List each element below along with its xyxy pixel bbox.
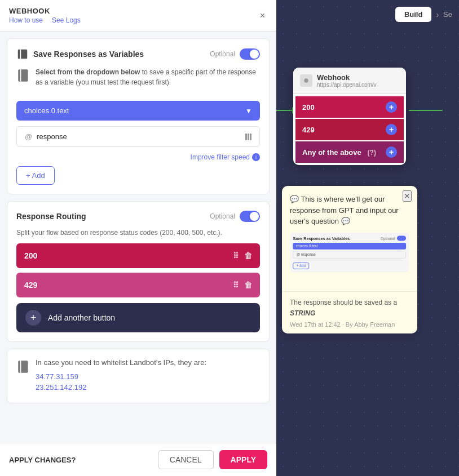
routing-title-row: Response Routing xyxy=(16,212,86,221)
node-header: Webhook https://api.openai.com/v xyxy=(293,68,406,94)
ts-header: Save Responses as Variables Optional xyxy=(293,235,406,241)
tooltip-close-button[interactable]: ✕ xyxy=(403,190,412,202)
dropdown-arrow-icon: ▼ xyxy=(245,107,252,115)
ts-header-right: Optional xyxy=(381,235,406,241)
header-links: How to use See Logs xyxy=(9,16,81,24)
status-btn-200: 200 ⠿ 🗑 xyxy=(16,243,260,268)
nav-arrow: › xyxy=(434,10,441,19)
add-another-button[interactable]: + Add another button xyxy=(16,303,260,332)
node-subtitle: https://api.openai.com/v xyxy=(317,82,377,88)
tooltip-footer: The response should be saved as a STRING… xyxy=(282,291,417,333)
tooltip-footer-text: The response should be saved as a STRING xyxy=(290,297,409,319)
book-icon xyxy=(16,48,29,60)
routing-description: Split your flow based on response status… xyxy=(16,229,260,237)
ip-card-inner: In case you need to whitelist Landbot's … xyxy=(16,358,260,394)
any-label: Any of the above (?) xyxy=(302,148,376,157)
btn-429-actions: ⠿ 🗑 xyxy=(233,281,252,290)
panel-header: WEBHOOK How to use See Logs × xyxy=(0,0,276,32)
node-plus-any[interactable]: + xyxy=(386,146,397,158)
apply-changes-title: APPLY CHANGES? xyxy=(9,456,76,464)
btn-429-label: 429 xyxy=(24,281,37,290)
add-circle-icon: + xyxy=(25,310,41,326)
close-button[interactable]: × xyxy=(258,8,267,23)
routing-title: Response Routing xyxy=(16,212,86,221)
node-plus-429[interactable]: + xyxy=(386,124,397,135)
trash-icon-200[interactable]: 🗑 xyxy=(244,251,252,260)
info-icon: i xyxy=(252,153,260,161)
drag-icon-429[interactable]: ⠿ xyxy=(233,281,239,290)
tooltip-screenshot: Save Responses as Variables Optional cho… xyxy=(290,233,409,272)
question-icon: (?) xyxy=(368,149,376,157)
ip-whitelist-card: In case you need to whitelist Landbot's … xyxy=(7,349,270,403)
response-left: @ response xyxy=(25,132,67,141)
node-btn-200[interactable]: 200 + xyxy=(295,96,404,118)
btn-200-label: 200 xyxy=(24,251,37,260)
tooltip-card: ✕ 💬 This is where we'll get our response… xyxy=(282,186,417,333)
response-routing-card: Response Routing Optional Split your flo… xyxy=(7,201,270,342)
see-logs-link[interactable]: See Logs xyxy=(52,16,81,24)
dropdown-value: choices.0.text xyxy=(24,106,69,115)
panel-content: Save Responses as Variables Optional Sel… xyxy=(0,32,276,443)
node-webhook-icon xyxy=(300,74,312,87)
at-symbol: @ xyxy=(25,132,32,141)
response-label: response xyxy=(37,132,67,141)
svg-point-7 xyxy=(304,78,308,82)
filter-speed-link[interactable]: Improve filter speed i xyxy=(191,153,260,161)
book-icon-sm xyxy=(16,68,31,83)
save-responses-toggle[interactable] xyxy=(240,48,260,60)
routing-optional: Optional xyxy=(210,212,235,220)
add-another-label: Add another button xyxy=(48,313,115,322)
save-responses-title: Save Responses as Variables xyxy=(33,50,144,59)
right-connector-line xyxy=(409,110,443,111)
save-responses-info: Select from the dropdown below to save a… xyxy=(36,67,260,87)
routing-toggle[interactable] xyxy=(240,211,260,222)
footer-actions: CANCEL APPLY xyxy=(158,450,267,469)
trash-icon-429[interactable]: 🗑 xyxy=(244,281,252,290)
ip-address-2: 23.251.142.192 xyxy=(36,383,206,392)
card-title-row: Save Responses as Variables xyxy=(16,48,144,60)
add-variable-button[interactable]: + Add xyxy=(16,166,55,185)
save-responses-card: Save Responses as Variables Optional Sel… xyxy=(7,38,270,194)
svg-rect-4 xyxy=(18,361,28,373)
how-to-use-link[interactable]: How to use xyxy=(9,16,43,24)
panel-footer: APPLY CHANGES? CANCEL APPLY xyxy=(0,443,276,476)
tooltip-meta: Wed 17th at 12:42 · By Abby Freeman xyxy=(290,321,409,328)
build-tab[interactable]: Build xyxy=(395,7,432,22)
variable-dropdown[interactable]: choices.0.text ▼ xyxy=(16,101,260,121)
svg-rect-0 xyxy=(18,50,28,59)
routing-header-right: Optional xyxy=(210,211,260,222)
response-field: @ response xyxy=(16,126,260,147)
save-responses-header-right: Optional xyxy=(210,48,260,60)
right-panel: Build › Se Webhook https://api.openai.co… xyxy=(276,0,459,476)
cancel-button[interactable]: CANCEL xyxy=(158,450,214,469)
ip-address-1: 34.77.31.159 xyxy=(36,372,206,381)
node-plus-200[interactable]: + xyxy=(386,101,397,113)
save-responses-optional: Optional xyxy=(210,50,235,58)
btn-200-actions: ⠿ 🗑 xyxy=(233,251,252,260)
ip-description: In case you need to whitelist Landbot's … xyxy=(36,358,206,367)
node-buttons: 200 + 429 + Any of the above (?) + xyxy=(293,94,406,165)
routing-card-header: Response Routing Optional xyxy=(16,211,260,222)
ts-toggle xyxy=(397,235,406,241)
status-btn-429: 429 ⠿ 🗑 xyxy=(16,273,260,297)
tooltip-message: 💬 This is where we'll get our response f… xyxy=(290,194,409,227)
drag-icon-200[interactable]: ⠿ xyxy=(233,251,239,260)
ts-dropdown: choices.0.text xyxy=(293,243,406,250)
webhook-node[interactable]: Webhook https://api.openai.com/v 200 + 4… xyxy=(293,68,406,165)
node-btn-any[interactable]: Any of the above (?) + xyxy=(295,141,404,163)
apply-button[interactable]: APPLY xyxy=(219,450,267,469)
panel-title: WEBHOOK xyxy=(9,7,81,15)
save-responses-info-row: Select from the dropdown below to save a… xyxy=(16,67,260,94)
list-icon[interactable] xyxy=(245,134,251,140)
se-text: Se xyxy=(443,10,452,19)
ip-text-block: In case you need to whitelist Landbot's … xyxy=(36,358,206,394)
book-icon-ip xyxy=(16,359,31,374)
left-panel: WEBHOOK How to use See Logs × Save Respo… xyxy=(0,0,276,476)
svg-rect-2 xyxy=(18,69,28,82)
ts-add: + Add xyxy=(293,263,309,269)
node-btn-429[interactable]: 429 + xyxy=(295,119,404,140)
ts-field: @ response xyxy=(293,251,406,259)
tooltip-body: 💬 This is where we'll get our response f… xyxy=(282,186,417,291)
header-left: WEBHOOK How to use See Logs xyxy=(9,7,81,24)
node-title: Webhook xyxy=(317,73,377,82)
